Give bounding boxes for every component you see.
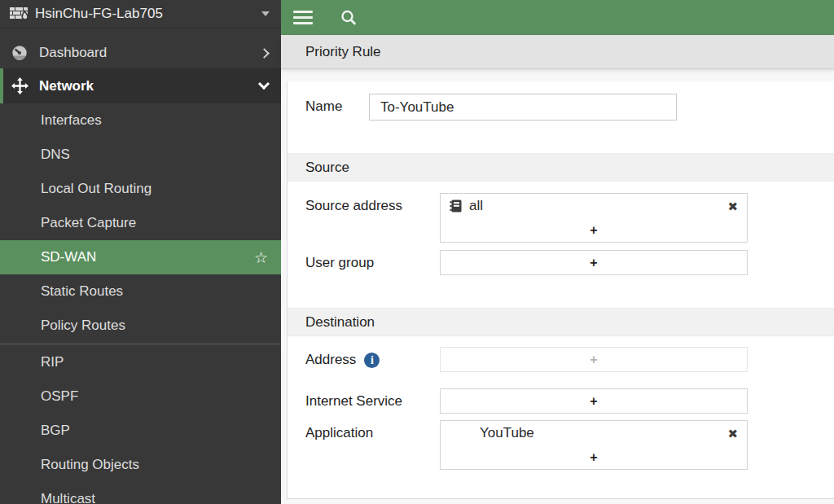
application-row: Application YouTube ✖ + bbox=[288, 420, 834, 470]
sub-item-label: DNS bbox=[41, 147, 70, 163]
sidebar-item-label: Dashboard bbox=[39, 45, 107, 61]
name-input[interactable] bbox=[369, 94, 677, 121]
content-area: Name Source Source address bbox=[281, 69, 834, 504]
remove-entry-icon[interactable]: ✖ bbox=[727, 427, 738, 440]
device-selector[interactable]: HsinChu-FG-Lab705 bbox=[0, 0, 281, 28]
sidebar-item-sd-wan[interactable]: SD-WAN ☆ bbox=[0, 240, 281, 274]
sidebar-item-multicast[interactable]: Multicast bbox=[0, 482, 281, 504]
menu-icon[interactable] bbox=[293, 11, 313, 24]
device-name: HsinChu-FG-Lab705 bbox=[35, 6, 163, 22]
sidebar-item-routing-objects[interactable]: Routing Objects bbox=[0, 448, 281, 482]
add-user-group-button[interactable]: + bbox=[441, 251, 747, 274]
internet-service-label: Internet Service bbox=[305, 388, 440, 410]
sub-item-label: RIP bbox=[41, 354, 64, 370]
application-label: Application bbox=[305, 420, 440, 441]
app-window: HsinChu-FG-Lab705 Dashboard bbox=[0, 0, 834, 504]
firewall-icon bbox=[10, 7, 28, 21]
user-group-row: User group + bbox=[288, 250, 834, 275]
name-label: Name bbox=[305, 94, 369, 115]
user-group-field: + bbox=[440, 250, 748, 275]
favorite-star-icon[interactable]: ☆ bbox=[254, 248, 268, 267]
sidebar-item-network[interactable]: Network bbox=[0, 68, 281, 103]
caret-down-icon[interactable] bbox=[261, 11, 270, 16]
sub-item-label: BGP bbox=[41, 423, 70, 439]
sidebar-item-rip[interactable]: RIP bbox=[0, 345, 281, 379]
sub-item-label: OSPF bbox=[41, 388, 78, 405]
sub-item-label: Policy Routes bbox=[41, 318, 125, 334]
sidebar-item-static-routes[interactable]: Static Routes bbox=[0, 274, 281, 309]
sidebar: HsinChu-FG-Lab705 Dashboard bbox=[0, 0, 281, 504]
entry-label: all bbox=[469, 198, 483, 214]
sidebar-item-ospf[interactable]: OSPF bbox=[0, 379, 281, 414]
internet-service-row: Internet Service + bbox=[288, 388, 834, 414]
sidebar-item-bgp[interactable]: BGP bbox=[0, 414, 281, 448]
application-field: YouTube ✖ + bbox=[440, 420, 748, 470]
sidebar-item-policy-routes[interactable]: Policy Routes bbox=[0, 309, 281, 343]
label-text: Address bbox=[305, 352, 356, 368]
sidebar-item-interfaces[interactable]: Interfaces bbox=[0, 103, 281, 138]
sub-item-label: Routing Objects bbox=[41, 457, 139, 473]
top-green-bar bbox=[281, 0, 834, 35]
destination-section-header: Destination bbox=[288, 308, 834, 336]
sidebar-item-dns[interactable]: DNS bbox=[0, 138, 281, 172]
destination-address-label: Address i bbox=[305, 347, 440, 368]
priority-rule-form: Name Source Source address bbox=[287, 81, 834, 499]
page-title: Priority Rule bbox=[305, 44, 381, 60]
source-address-label: Source address bbox=[305, 193, 440, 214]
source-address-field: all ✖ + bbox=[440, 193, 748, 243]
user-group-label: User group bbox=[305, 250, 440, 271]
page-title-bar: Priority Rule bbox=[281, 35, 834, 69]
add-destination-address-button[interactable]: + bbox=[441, 348, 747, 371]
sub-item-label: SD-WAN bbox=[41, 249, 96, 265]
section-label: Destination bbox=[305, 314, 375, 331]
move-arrows-icon bbox=[10, 77, 29, 94]
name-row: Name bbox=[288, 94, 834, 121]
entry-label: YouTube bbox=[480, 425, 534, 441]
sidebar-divider bbox=[0, 344, 281, 344]
sub-item-label: Local Out Routing bbox=[41, 181, 151, 197]
add-source-address-button[interactable]: + bbox=[441, 218, 747, 242]
destination-address-field: + bbox=[440, 347, 748, 372]
source-section-header: Source bbox=[288, 153, 834, 182]
source-address-row: Source address bbox=[288, 193, 834, 243]
chevron-down-icon bbox=[258, 77, 270, 89]
sidebar-item-packet-capture[interactable]: Packet Capture bbox=[0, 206, 281, 240]
search-icon[interactable] bbox=[340, 9, 358, 27]
gauge-icon bbox=[10, 45, 29, 61]
application-entry[interactable]: YouTube ✖ bbox=[441, 421, 747, 445]
add-internet-service-button[interactable]: + bbox=[441, 389, 747, 413]
internet-service-field: + bbox=[440, 388, 748, 414]
sub-item-label: Multicast bbox=[41, 491, 95, 504]
source-address-entry[interactable]: all ✖ bbox=[441, 194, 747, 218]
address-object-icon bbox=[450, 199, 462, 213]
sidebar-item-dashboard[interactable]: Dashboard bbox=[0, 37, 281, 68]
add-application-button[interactable]: + bbox=[441, 445, 747, 469]
sub-item-label: Interfaces bbox=[41, 112, 102, 129]
destination-address-row: Address i + bbox=[288, 347, 834, 372]
chevron-right-icon bbox=[259, 48, 270, 59]
main-area: Priority Rule Name Source Source address bbox=[281, 0, 834, 504]
sub-item-label: Packet Capture bbox=[41, 215, 136, 231]
info-icon: i bbox=[364, 353, 380, 368]
sidebar-item-local-out-routing[interactable]: Local Out Routing bbox=[0, 172, 281, 206]
section-label: Source bbox=[305, 160, 349, 176]
sidebar-nav: Dashboard Network Interfaces DNS Local bbox=[0, 28, 281, 504]
remove-entry-icon[interactable]: ✖ bbox=[727, 200, 738, 213]
sub-item-label: Static Routes bbox=[41, 283, 123, 300]
sidebar-item-label: Network bbox=[39, 78, 94, 94]
